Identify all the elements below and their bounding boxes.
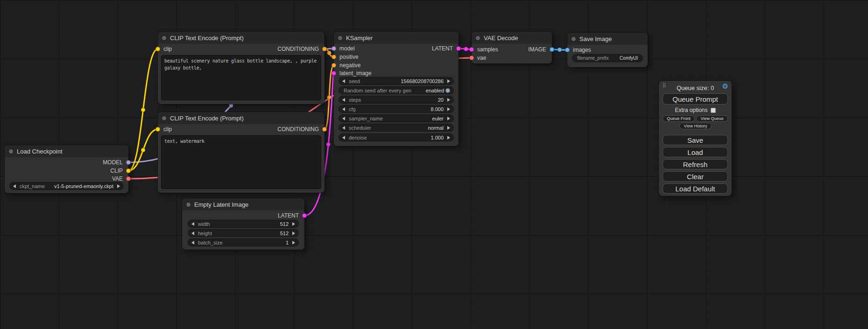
node-ksampler-titlebar[interactable]: KSampler	[334, 32, 459, 44]
increment-arrow-icon[interactable]	[447, 107, 450, 111]
save-button[interactable]: Save	[663, 135, 728, 145]
increment-arrow-icon[interactable]	[447, 79, 450, 83]
node-ksampler[interactable]: KSampler model positive negative latent_…	[334, 32, 459, 146]
cfg-widget[interactable]: cfg 8.000	[339, 105, 454, 113]
latent-slot-dot-icon[interactable]	[302, 213, 307, 218]
collapse-dot-icon[interactable]	[186, 203, 191, 207]
node-load-checkpoint[interactable]: Load Checkpoint MODEL CLIP VAE ckpt_name…	[5, 145, 128, 193]
decrement-arrow-icon[interactable]	[342, 79, 345, 83]
clip-slot-dot-icon[interactable]	[126, 168, 131, 173]
decrement-arrow-icon[interactable]	[342, 126, 345, 130]
batch-size-widget[interactable]: batch_size 1	[188, 238, 299, 246]
increment-arrow-icon[interactable]	[447, 117, 450, 120]
increment-arrow-icon[interactable]	[447, 98, 450, 102]
node-empty-latent-titlebar[interactable]: Empty Latent Image	[182, 198, 304, 210]
queue-prompt-button[interactable]: Queue Prompt	[663, 93, 728, 105]
node-empty-latent-image[interactable]: Empty Latent Image LATENT width 512 heig…	[182, 198, 304, 250]
settings-gear-icon[interactable]: ⚙	[722, 83, 728, 90]
input-slot-vae[interactable]: vae	[469, 55, 486, 61]
refresh-button[interactable]: Refresh	[663, 159, 728, 169]
height-widget[interactable]: height 512	[188, 229, 299, 237]
latent-slot-dot-icon[interactable]	[332, 71, 336, 76]
collapse-dot-icon[interactable]	[572, 37, 576, 41]
collapse-dot-icon[interactable]	[338, 36, 342, 40]
load-default-button[interactable]: Load Default	[663, 183, 728, 194]
decrement-arrow-icon[interactable]	[342, 136, 345, 140]
random-seed-toggle-widget[interactable]: Random seed after every gen enabled	[339, 86, 454, 94]
increment-arrow-icon[interactable]	[292, 222, 295, 226]
output-slot-clip[interactable]: CLIP	[110, 168, 131, 174]
increment-arrow-icon[interactable]	[117, 184, 120, 188]
view-queue-button[interactable]: View Queue	[696, 115, 728, 122]
latent-slot-dot-icon[interactable]	[456, 46, 461, 51]
output-slot-latent[interactable]: LATENT	[278, 212, 307, 219]
clip-slot-dot-icon[interactable]	[155, 47, 160, 51]
node-save-image-titlebar[interactable]: Save Image	[567, 33, 648, 45]
sampler-name-widget[interactable]: sampler_name euler	[339, 114, 454, 122]
collapse-dot-icon[interactable]	[9, 149, 13, 154]
node-clip-encode-negative-titlebar[interactable]: CLIP Text Encode (Prompt)	[158, 112, 325, 124]
decrement-arrow-icon[interactable]	[342, 98, 345, 102]
output-slot-conditioning[interactable]: CONDITIONING	[277, 46, 327, 52]
image-slot-dot-icon[interactable]	[565, 48, 570, 52]
input-slot-samples[interactable]: samples	[469, 46, 498, 53]
decrement-arrow-icon[interactable]	[342, 117, 345, 120]
ckpt-name-widget[interactable]: ckpt_name v1-5-pruned-emaonly.ckpt	[9, 182, 124, 190]
vae-slot-dot-icon[interactable]	[469, 56, 474, 60]
output-slot-model[interactable]: MODEL	[103, 159, 131, 166]
decrement-arrow-icon[interactable]	[191, 222, 194, 226]
model-slot-dot-icon[interactable]	[126, 160, 131, 165]
collapse-dot-icon[interactable]	[162, 36, 166, 40]
conditioning-slot-dot-icon[interactable]	[332, 63, 336, 68]
view-history-button[interactable]: View History	[679, 123, 712, 129]
node-clip-text-encode-positive[interactable]: CLIP Text Encode (Prompt) clip CONDITION…	[158, 32, 325, 104]
conditioning-slot-dot-icon[interactable]	[332, 55, 336, 59]
decrement-arrow-icon[interactable]	[13, 184, 16, 188]
increment-arrow-icon[interactable]	[447, 136, 450, 140]
conditioning-slot-dot-icon[interactable]	[322, 127, 327, 132]
vae-slot-dot-icon[interactable]	[126, 176, 131, 181]
decrement-arrow-icon[interactable]	[342, 107, 345, 111]
output-slot-conditioning[interactable]: CONDITIONING	[277, 126, 327, 133]
output-slot-vae[interactable]: VAE	[112, 175, 131, 182]
node-vae-decode[interactable]: VAE Decode samples vae IMAGE	[472, 32, 552, 63]
input-slot-negative[interactable]: negative	[332, 62, 360, 69]
increment-arrow-icon[interactable]	[292, 231, 295, 235]
steps-widget[interactable]: steps 20	[339, 96, 454, 104]
node-save-image[interactable]: Save Image images filename_prefix ComfyU…	[567, 33, 648, 67]
node-clip-encode-positive-titlebar[interactable]: CLIP Text Encode (Prompt)	[158, 32, 325, 44]
extra-options-checkbox[interactable]	[711, 108, 716, 113]
toggle-knob-icon[interactable]	[445, 88, 450, 93]
negative-prompt-textarea[interactable]: text, watermark	[161, 135, 321, 189]
output-slot-latent[interactable]: LATENT	[432, 45, 461, 52]
output-slot-image[interactable]: IMAGE	[528, 46, 554, 53]
positive-prompt-textarea[interactable]: beautiful scenery nature glass bottle la…	[161, 55, 321, 100]
filename-prefix-widget[interactable]: filename_prefix ComfyUI	[572, 54, 643, 62]
seed-widget[interactable]: seed 156680208700286	[339, 77, 454, 85]
increment-arrow-icon[interactable]	[447, 126, 450, 130]
latent-slot-dot-icon[interactable]	[469, 47, 474, 52]
input-slot-clip[interactable]: clip	[155, 126, 172, 133]
node-clip-text-encode-negative[interactable]: CLIP Text Encode (Prompt) clip CONDITION…	[158, 112, 325, 193]
increment-arrow-icon[interactable]	[292, 241, 295, 245]
collapse-dot-icon[interactable]	[476, 36, 480, 40]
input-slot-clip[interactable]: clip	[155, 46, 172, 52]
denoise-widget[interactable]: denoise 1.000	[339, 133, 454, 141]
conditioning-slot-dot-icon[interactable]	[322, 47, 327, 51]
scheduler-widget[interactable]: scheduler normal	[339, 124, 454, 132]
clip-slot-dot-icon[interactable]	[155, 127, 160, 132]
model-slot-dot-icon[interactable]	[332, 46, 336, 51]
input-slot-positive[interactable]: positive	[332, 54, 359, 60]
decrement-arrow-icon[interactable]	[191, 241, 194, 245]
graph-canvas[interactable]: Load Checkpoint MODEL CLIP VAE ckpt_name…	[0, 0, 868, 329]
image-slot-dot-icon[interactable]	[550, 47, 554, 52]
clear-button[interactable]: Clear	[663, 171, 728, 182]
decrement-arrow-icon[interactable]	[191, 231, 194, 235]
input-slot-model[interactable]: model	[332, 45, 355, 52]
queue-front-button[interactable]: Queue Front	[663, 115, 695, 122]
node-load-checkpoint-titlebar[interactable]: Load Checkpoint	[5, 145, 128, 157]
input-slot-images[interactable]: images	[565, 47, 591, 53]
load-button[interactable]: Load	[663, 147, 728, 157]
collapse-dot-icon[interactable]	[162, 116, 166, 120]
width-widget[interactable]: width 512	[188, 220, 299, 228]
